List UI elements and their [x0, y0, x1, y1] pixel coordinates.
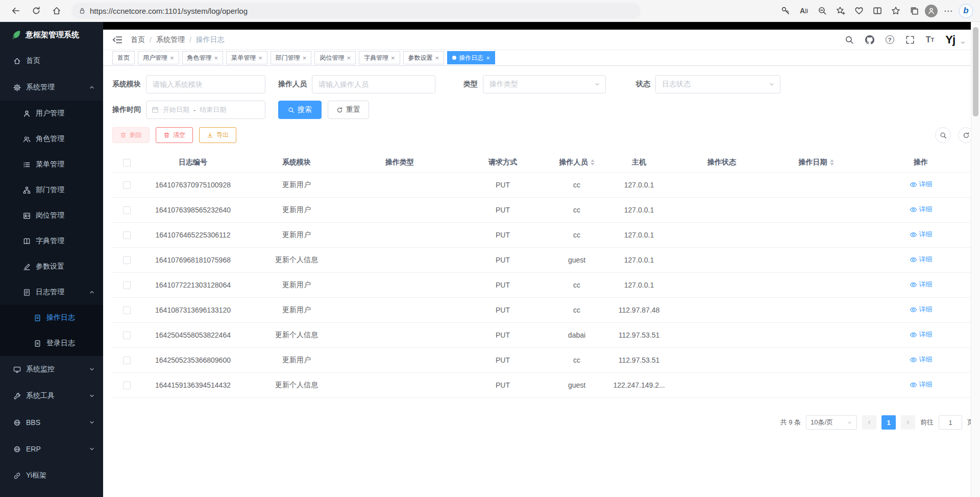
- detail-link[interactable]: 详细: [910, 255, 933, 264]
- sidebar-item-16[interactable]: Yi框架: [0, 462, 103, 489]
- detail-link[interactable]: 详细: [910, 230, 933, 239]
- close-icon[interactable]: ×: [214, 55, 218, 61]
- password-key-icon[interactable]: [778, 3, 793, 19]
- header-search-icon[interactable]: [845, 35, 854, 44]
- sidebar-item-0[interactable]: 首页: [0, 48, 103, 74]
- close-icon[interactable]: ×: [435, 55, 439, 61]
- close-icon[interactable]: ×: [486, 55, 490, 61]
- detail-link[interactable]: 详细: [910, 280, 933, 289]
- fullscreen-icon[interactable]: [905, 35, 915, 44]
- breadcrumb-item-1[interactable]: 系统管理: [156, 35, 185, 44]
- detail-link[interactable]: 详细: [910, 205, 933, 214]
- row-checkbox[interactable]: [123, 382, 131, 389]
- close-icon[interactable]: ×: [303, 55, 307, 61]
- export-button[interactable]: 导出: [199, 127, 236, 143]
- chevron-down-icon[interactable]: [960, 40, 966, 45]
- sidebar-item-2[interactable]: 用户管理: [0, 101, 103, 126]
- detail-link[interactable]: 详细: [910, 305, 933, 314]
- sidebar-item-10[interactable]: 操作日志: [0, 305, 103, 330]
- zoom-out-icon[interactable]: [815, 3, 830, 19]
- tab-8[interactable]: 操作日志×: [447, 51, 495, 64]
- sidebar-item-13[interactable]: 系统工具: [0, 383, 103, 409]
- tab-3[interactable]: 菜单管理×: [226, 51, 267, 64]
- detail-link[interactable]: 详细: [910, 180, 933, 189]
- tab-6[interactable]: 字典管理×: [359, 51, 400, 64]
- row-checkbox[interactable]: [123, 306, 131, 314]
- github-icon[interactable]: [865, 35, 874, 44]
- module-input[interactable]: [146, 75, 265, 93]
- sort-carets-icon[interactable]: [830, 159, 834, 165]
- status-select[interactable]: 日志状态: [655, 75, 780, 93]
- close-icon[interactable]: ×: [258, 55, 262, 61]
- detail-link[interactable]: 详细: [910, 380, 933, 389]
- date-range-picker[interactable]: 开始日期 - 结束日期: [146, 101, 265, 119]
- detail-link[interactable]: 详细: [910, 355, 933, 364]
- reload-icon[interactable]: [28, 3, 45, 19]
- sidebar-item-15[interactable]: ERP: [0, 436, 103, 462]
- tab-4[interactable]: 部门管理×: [271, 51, 312, 64]
- row-checkbox[interactable]: [123, 206, 131, 214]
- row-checkbox[interactable]: [123, 281, 131, 289]
- select-all-checkbox[interactable]: [123, 159, 131, 167]
- copilot-icon[interactable]: b: [959, 4, 973, 18]
- tab-2[interactable]: 角色管理×: [182, 51, 224, 64]
- close-icon[interactable]: ×: [170, 55, 174, 61]
- browser-home-icon[interactable]: [48, 3, 65, 19]
- browser-essentials-icon[interactable]: [851, 3, 867, 19]
- tab-0[interactable]: 首页: [112, 51, 135, 64]
- next-page-button[interactable]: [901, 415, 915, 430]
- prev-page-button[interactable]: [862, 415, 876, 430]
- sidebar-item-6[interactable]: 岗位管理: [0, 203, 103, 228]
- read-aloud-icon[interactable]: A)): [796, 3, 812, 19]
- sidebar-item-11[interactable]: 登录日志: [0, 330, 103, 356]
- tab-5[interactable]: 岗位管理×: [314, 51, 356, 64]
- favorites-add-icon[interactable]: [833, 3, 848, 19]
- column-header-4[interactable]: 操作人员: [554, 158, 599, 167]
- split-screen-icon[interactable]: [870, 3, 885, 19]
- row-checkbox[interactable]: [123, 357, 131, 364]
- search-button[interactable]: 搜索: [278, 101, 322, 119]
- back-icon[interactable]: [7, 3, 24, 19]
- sidebar-item-9[interactable]: 日志管理: [0, 279, 103, 305]
- type-select[interactable]: 操作类型: [483, 75, 606, 93]
- sidebar-item-1[interactable]: 系统管理: [0, 74, 103, 101]
- user-logo[interactable]: Yj: [945, 33, 955, 46]
- sidebar-item-7[interactable]: 字典管理: [0, 228, 103, 254]
- sort-carets-icon[interactable]: [591, 159, 595, 165]
- breadcrumb-item-0[interactable]: 首页: [131, 35, 145, 44]
- operator-input[interactable]: [312, 75, 435, 93]
- close-icon[interactable]: ×: [347, 55, 351, 61]
- sidebar-item-12[interactable]: 系统监控: [0, 356, 103, 383]
- menu-fold-icon[interactable]: [112, 35, 122, 45]
- collections-icon[interactable]: [906, 3, 922, 19]
- scrollbar-thumb[interactable]: [973, 27, 978, 116]
- column-header-7[interactable]: 操作日期: [765, 158, 868, 167]
- sidebar-item-4[interactable]: 菜单管理: [0, 152, 103, 177]
- row-checkbox[interactable]: [123, 231, 131, 239]
- delete-button[interactable]: 删除: [112, 127, 150, 143]
- help-icon[interactable]: ?: [886, 35, 894, 44]
- url-bar[interactable]: https://ccnetcore.com:1101/system/log/op…: [71, 3, 641, 19]
- sidebar-item-5[interactable]: 部门管理: [0, 177, 103, 203]
- row-checkbox[interactable]: [123, 181, 131, 189]
- detail-link[interactable]: 详细: [910, 330, 933, 339]
- page-size-select[interactable]: 10条/页: [806, 415, 857, 430]
- page-number-button[interactable]: 1: [881, 415, 896, 430]
- sidebar-item-8[interactable]: 参数设置: [0, 254, 103, 279]
- page-scrollbar[interactable]: [971, 22, 980, 497]
- tab-1[interactable]: 用户管理×: [138, 51, 179, 64]
- favorites-icon[interactable]: [888, 3, 903, 19]
- toggle-search-button[interactable]: [935, 127, 951, 143]
- row-checkbox[interactable]: [123, 332, 131, 339]
- profile-avatar[interactable]: [925, 5, 938, 17]
- font-size-icon[interactable]: TT: [926, 35, 935, 44]
- close-icon[interactable]: ×: [391, 55, 395, 61]
- more-menu-icon[interactable]: ⋯: [941, 3, 956, 19]
- sidebar-item-14[interactable]: BBS: [0, 409, 103, 436]
- reset-button[interactable]: 重置: [328, 101, 369, 119]
- row-checkbox[interactable]: [123, 256, 131, 264]
- sidebar-item-3[interactable]: 角色管理: [0, 126, 103, 152]
- goto-page-input[interactable]: [939, 415, 962, 430]
- tab-7[interactable]: 参数设置×: [403, 51, 445, 64]
- clear-button[interactable]: 清空: [156, 127, 193, 143]
